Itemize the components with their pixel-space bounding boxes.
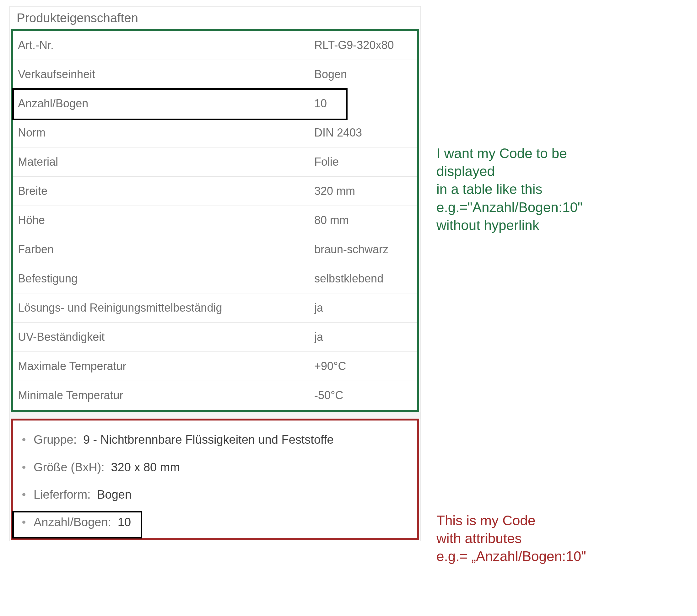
prop-value: DIN 2403	[314, 126, 417, 139]
prop-label: Art.-Nr.	[13, 39, 314, 52]
prop-label: Norm	[13, 126, 314, 139]
code-output-frame: Gruppe: 9 - Nichtbrennbare Flüssigkeiten…	[11, 419, 419, 540]
prop-label: Farben	[13, 243, 314, 256]
table-row: Minimale Temperatur -50°C	[13, 381, 417, 410]
prop-value: 10	[314, 97, 417, 110]
attribute-list: Gruppe: 9 - Nichtbrennbare Flüssigkeiten…	[18, 426, 412, 536]
prop-label: Verkaufseinheit	[13, 68, 314, 81]
table-row: Breite 320 mm	[13, 176, 417, 206]
prop-label: Breite	[13, 184, 314, 198]
prop-value: selbstklebend	[314, 272, 417, 285]
section-divider	[10, 412, 420, 419]
prop-value: +90°C	[314, 360, 417, 373]
table-row: Art.-Nr. RLT-G9-320x80	[13, 31, 417, 60]
prop-label: UV-Beständigkeit	[13, 330, 314, 344]
prop-value: ja	[314, 330, 417, 344]
bullet-label: Größe (BxH):	[34, 461, 105, 474]
table-row: Lösungs- und Reinigungsmittelbeständig j…	[13, 293, 417, 322]
table-row: Befestigung selbstklebend	[13, 264, 417, 293]
panel-title: Produkteigenschaften	[10, 6, 420, 29]
prop-value: 320 mm	[314, 184, 417, 198]
table-row: Anzahl/Bogen 10	[13, 89, 417, 118]
bullet-icon	[22, 438, 26, 441]
prop-label: Maximale Temperatur	[13, 360, 314, 373]
prop-label: Lösungs- und Reinigungsmittelbeständig	[13, 301, 314, 314]
bullet-value: Bogen	[97, 488, 132, 501]
annotation-green: I want my Code to be displayed in a tabl…	[436, 144, 582, 234]
table-highlight-frame: Art.-Nr. RLT-G9-320x80 Verkaufseinheit B…	[11, 29, 419, 412]
page: Produkteigenschaften Art.-Nr. RLT-G9-320…	[0, 0, 697, 616]
bullet-label: Lieferform:	[34, 488, 91, 501]
properties-panel: Produkteigenschaften Art.-Nr. RLT-G9-320…	[10, 6, 421, 541]
table-row: Norm DIN 2403	[13, 118, 417, 147]
prop-label: Höhe	[13, 214, 314, 227]
prop-value: braun-schwarz	[314, 243, 417, 256]
prop-value: ja	[314, 301, 417, 314]
bullet-icon	[22, 493, 26, 496]
list-item: Größe (BxH): 320 x 80 mm	[18, 454, 412, 481]
prop-label: Minimale Temperatur	[13, 389, 314, 402]
bullet-value: 320 x 80 mm	[111, 461, 180, 474]
prop-value: Bogen	[314, 68, 417, 81]
prop-value: Folie	[314, 155, 417, 168]
prop-value: RLT-G9-320x80	[314, 39, 417, 52]
table-row: Höhe 80 mm	[13, 206, 417, 235]
table-row: Farben braun-schwarz	[13, 235, 417, 264]
bullet-label: Anzahl/Bogen:	[34, 515, 111, 529]
list-item: Gruppe: 9 - Nichtbrennbare Flüssigkeiten…	[18, 426, 412, 454]
bullet-value: 10	[118, 515, 131, 529]
table-row: Maximale Temperatur +90°C	[13, 351, 417, 381]
prop-label: Material	[13, 155, 314, 168]
table-row: Verkaufseinheit Bogen	[13, 60, 417, 89]
prop-label: Befestigung	[13, 272, 314, 285]
bullet-icon	[22, 466, 26, 469]
bullet-value: 9 - Nichtbrennbare Flüssigkeiten und Fes…	[83, 433, 334, 446]
prop-value: 80 mm	[314, 214, 417, 227]
prop-label: Anzahl/Bogen	[13, 97, 314, 110]
bullet-label: Gruppe:	[34, 433, 77, 446]
list-item: Anzahl/Bogen: 10	[18, 509, 412, 536]
list-item: Lieferform: Bogen	[18, 481, 412, 509]
annotation-red: This is my Code with attributes e.g.= „A…	[436, 511, 586, 566]
table-row: UV-Beständigkeit ja	[13, 322, 417, 351]
prop-value: -50°C	[314, 389, 417, 402]
bullet-icon	[22, 521, 26, 524]
table-row: Material Folie	[13, 147, 417, 176]
